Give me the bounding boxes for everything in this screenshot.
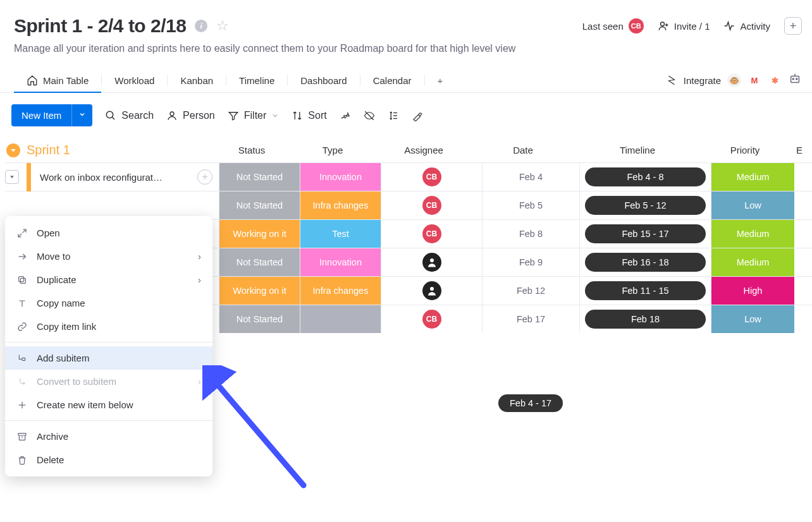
timeline-pill[interactable]: Feb 15 - 17: [585, 224, 706, 243]
activity-button[interactable]: Activity: [723, 20, 770, 32]
timeline-pill[interactable]: Feb 18: [585, 310, 706, 329]
cell-timeline[interactable]: Feb 18: [579, 305, 711, 333]
info-icon[interactable]: i: [195, 20, 207, 32]
new-item-button[interactable]: New Item: [11, 104, 71, 126]
cell-status[interactable]: Not Started: [219, 305, 300, 333]
ctx-open[interactable]: Open: [5, 221, 212, 245]
group-collapse-button[interactable]: [6, 143, 20, 157]
cell-date[interactable]: Feb 8: [482, 220, 579, 248]
cell-type[interactable]: Innovation: [300, 248, 381, 276]
chevron-right-icon: ›: [198, 274, 201, 285]
column-date[interactable]: Date: [474, 138, 572, 162]
add-to-header-button[interactable]: +: [784, 17, 802, 35]
cell-priority[interactable]: High: [711, 277, 794, 305]
cell-timeline[interactable]: Feb 15 - 17: [579, 220, 711, 248]
tab-main-table[interactable]: Main Table: [14, 68, 101, 92]
ctx-add-subitem[interactable]: Add subitem: [5, 346, 212, 370]
column-timeline[interactable]: Timeline: [572, 138, 703, 162]
cell-assignee[interactable]: CB: [381, 305, 482, 333]
cell-type[interactable]: Infra changes: [300, 191, 381, 219]
column-extra[interactable]: E: [787, 138, 812, 162]
tab-kanban[interactable]: Kanban: [168, 69, 226, 92]
cell-assignee[interactable]: CB: [381, 163, 482, 191]
height-button[interactable]: [388, 110, 399, 121]
cell-timeline[interactable]: Feb 11 - 15: [579, 277, 711, 305]
color-button[interactable]: [412, 110, 423, 121]
row-name[interactable]: Work on inbox reconfigurat…: [31, 172, 197, 183]
timeline-pill[interactable]: Feb 4 - 8: [585, 167, 706, 186]
ctx-copy-name[interactable]: Copy name: [5, 291, 212, 315]
cell-type[interactable]: Innovation: [300, 163, 381, 191]
table-row[interactable]: Work on inbox reconfigurat…+Not StartedI…: [5, 162, 812, 191]
cell-assignee[interactable]: CB: [381, 220, 482, 248]
ctx-delete[interactable]: Delete: [5, 448, 212, 471]
hide-button[interactable]: [364, 110, 375, 121]
table-row[interactable]: Not StartedInfra changesCBFeb 5Feb 5 - 1…: [5, 191, 812, 219]
cell-date[interactable]: Feb 12: [482, 277, 579, 305]
star-icon[interactable]: ☆: [216, 18, 229, 34]
person-filter-button[interactable]: Person: [166, 110, 215, 121]
cell-timeline[interactable]: Feb 4 - 8: [579, 163, 711, 191]
add-view-button[interactable]: +: [425, 69, 456, 92]
integrate-button[interactable]: Integrate 🐵 M ✱: [666, 73, 782, 87]
cell-status[interactable]: Working on it: [219, 220, 300, 248]
new-item-dropdown[interactable]: [71, 104, 92, 126]
ctx-archive[interactable]: Archive: [5, 425, 212, 448]
cell-date[interactable]: Feb 5: [482, 191, 579, 219]
ctx-move-to[interactable]: Move to ›: [5, 245, 212, 268]
search-button[interactable]: Search: [105, 110, 154, 121]
column-type[interactable]: Type: [292, 138, 373, 162]
cell-date[interactable]: Feb 4: [482, 163, 579, 191]
cell-type[interactable]: [300, 305, 381, 333]
cell-priority[interactable]: Medium: [711, 248, 794, 276]
timeline-pill[interactable]: Feb 16 - 18: [585, 253, 706, 272]
column-priority[interactable]: Priority: [703, 138, 787, 162]
tab-dashboard[interactable]: Dashboard: [288, 69, 359, 92]
pin-button[interactable]: [340, 110, 351, 121]
tab-workload[interactable]: Workload: [102, 69, 167, 92]
cell-date[interactable]: Feb 9: [482, 248, 579, 276]
cell-priority[interactable]: Low: [711, 191, 794, 219]
svg-line-5: [113, 117, 115, 119]
cell-assignee[interactable]: [381, 277, 482, 305]
column-status[interactable]: Status: [211, 138, 292, 162]
invite-button[interactable]: Invite / 1: [658, 20, 710, 32]
row-menu-button[interactable]: [5, 170, 19, 184]
cell-timeline[interactable]: Feb 5 - 12: [579, 191, 711, 219]
cell-priority[interactable]: Medium: [711, 163, 794, 191]
row-height-icon: [388, 110, 399, 121]
cell-status[interactable]: Not Started: [219, 163, 300, 191]
cell-priority[interactable]: Low: [711, 305, 794, 333]
cell-status[interactable]: Not Started: [219, 191, 300, 219]
group-title[interactable]: Sprint 1: [27, 143, 70, 157]
cell-status[interactable]: Not Started: [219, 248, 300, 276]
person-plus-icon: [658, 20, 669, 32]
last-seen[interactable]: Last seen CB: [582, 18, 644, 33]
ctx-copy-link[interactable]: Copy item link: [5, 315, 212, 338]
sort-button[interactable]: Sort: [292, 110, 326, 121]
cell-date[interactable]: Feb 17: [482, 305, 579, 333]
row-add-button[interactable]: +: [197, 169, 212, 185]
cell-type[interactable]: Infra changes: [300, 277, 381, 305]
search-icon: [105, 110, 116, 121]
cell-priority[interactable]: Medium: [711, 220, 794, 248]
tab-calendar[interactable]: Calendar: [360, 69, 424, 92]
tab-timeline[interactable]: Timeline: [226, 69, 287, 92]
search-label: Search: [121, 110, 154, 121]
timeline-pill[interactable]: Feb 11 - 15: [585, 281, 706, 300]
cell-assignee[interactable]: [381, 248, 482, 276]
cell-status[interactable]: Working on it: [219, 277, 300, 305]
column-assignee[interactable]: Assignee: [373, 138, 474, 162]
cell-assignee[interactable]: CB: [381, 191, 482, 219]
pin-icon: [340, 110, 351, 121]
cell-type[interactable]: Test: [300, 220, 381, 248]
ctx-create-below[interactable]: Create new item below: [5, 393, 212, 416]
automate-icon[interactable]: [788, 72, 802, 88]
timeline-pill[interactable]: Feb 5 - 12: [585, 196, 706, 215]
cell-timeline[interactable]: Feb 16 - 18: [579, 248, 711, 276]
avatar-cb: CB: [422, 196, 441, 215]
ctx-duplicate[interactable]: Duplicate ›: [5, 268, 212, 291]
ctx-label: Archive: [37, 431, 68, 442]
integration-gmail-icon: M: [747, 73, 761, 87]
filter-button[interactable]: Filter: [228, 110, 280, 121]
